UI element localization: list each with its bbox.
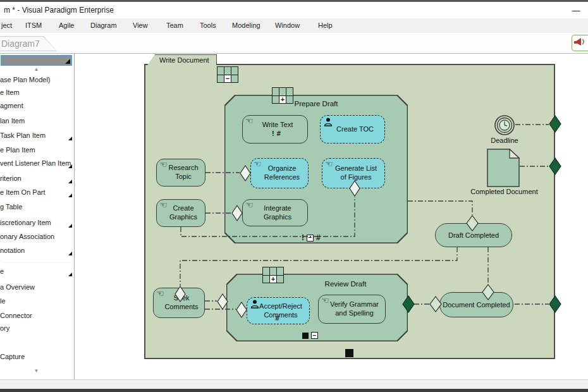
minimize-button[interactable]: — <box>568 4 584 18</box>
palette-item-label: e Item <box>0 89 20 96</box>
menu-tools[interactable]: Tools <box>200 21 216 29</box>
menu-team[interactable]: Team <box>166 21 183 29</box>
menu-agile[interactable]: Agile <box>59 21 74 29</box>
planning-table-icon-collapsed[interactable]: + <box>272 87 293 104</box>
task-label: Research Topic <box>166 164 201 181</box>
palette-item-planning-table[interactable]: g Table <box>0 203 73 213</box>
palette-item-label: agment <box>0 102 23 109</box>
manual-task-icon: ☜ <box>321 296 329 305</box>
flyout-triangle <box>68 224 72 228</box>
planning-table-icon-expanded[interactable]: − <box>217 66 238 83</box>
palette-item-label: e Item On Part <box>0 188 46 196</box>
palette-item-label: onary Association <box>0 233 54 240</box>
palette-item-label: lan Item <box>0 117 25 125</box>
palette-item-story[interactable]: ory <box>0 324 73 334</box>
required-marker: ! <box>302 233 304 242</box>
palette-item-label: Connector <box>0 312 32 319</box>
palette-item-discretionary-association[interactable]: onary Association <box>0 233 73 243</box>
milestone-label: Draft Completed <box>448 231 499 239</box>
announcement-button[interactable] <box>572 35 588 51</box>
flyout-triangle <box>68 137 72 140</box>
palette-item-connector[interactable]: Connector <box>0 312 73 322</box>
milestone-document-completed[interactable]: Document Completed <box>439 292 513 317</box>
palette-item-criterion[interactable]: riterion <box>0 175 73 185</box>
menu-window[interactable]: Window <box>275 21 300 29</box>
menu-itsm[interactable]: ITSM <box>25 21 42 29</box>
collapse-marker[interactable]: − <box>311 332 318 339</box>
palette-item-item-on-part[interactable]: e Item On Part <box>0 188 73 199</box>
timer-event-deadline[interactable] <box>493 114 516 137</box>
palette-item-label: g Table <box>0 203 22 211</box>
flyout-triangle <box>68 273 72 276</box>
flyout-triangle <box>68 252 72 255</box>
palette-item-shape[interactable]: e <box>0 267 73 278</box>
collapse-marker[interactable]: − <box>224 75 231 83</box>
autocomplete-marker <box>345 349 353 357</box>
palette-item-case-plan-model[interactable]: ase Plan Model) <box>0 76 73 86</box>
planning-table-icon-collapsed[interactable]: + <box>262 267 284 283</box>
manual-task-icon: ☜ <box>156 289 164 298</box>
tool-corner-triangle <box>65 59 70 64</box>
stage-markers: ! − # <box>302 233 321 242</box>
task-write-text[interactable]: ☜ Write Text !# <box>242 115 308 144</box>
palette-item-plan-item[interactable]: lan Item <box>0 117 73 127</box>
palette-scroll-down[interactable]: ▼ <box>0 368 73 374</box>
palette-item-task-plan-item[interactable]: Task Plan Item <box>0 132 73 142</box>
human-task-icon <box>250 300 260 309</box>
task-verify-grammar-spelling[interactable]: ☜ Verify Grammar and Spelling <box>318 295 386 324</box>
diagram-canvas[interactable]: Write Document − Prepare Draft ! − # + R… <box>75 53 588 379</box>
task-create-toc[interactable]: Create TOC <box>320 115 385 144</box>
milestone-label: Document Completed <box>443 301 510 309</box>
diagram-tab-bar: Diagram7 <box>0 33 588 53</box>
task-generate-list-of-figures[interactable]: ☜ Generate List of Figures <box>322 158 385 188</box>
menu-modeling[interactable]: Modeling <box>232 21 260 29</box>
case-plan-name-tab[interactable]: Write Document <box>147 54 217 65</box>
manual-task-icon: ☜ <box>159 200 168 209</box>
palette-item-label: Task Plan Item <box>0 132 46 139</box>
case-file-label: Completed Document <box>468 188 541 195</box>
megaphone-icon <box>572 35 588 49</box>
palette-item-milestone-plan-item[interactable]: e Plan Item <box>0 146 73 156</box>
menu-view[interactable]: View <box>133 21 148 29</box>
palette-item-discretionary-item[interactable]: iscretionary Item <box>0 219 73 229</box>
repetition-marker: # <box>316 233 321 242</box>
expand-marker[interactable]: + <box>270 276 276 283</box>
stage-label: Review Draft <box>226 280 408 288</box>
palette-item-case-file-item[interactable]: e Item <box>0 89 73 99</box>
title-bar: m * - Visual Paradigm Enterprise — <box>0 2 588 18</box>
task-markers: !# <box>272 130 283 138</box>
menu-diagram[interactable]: Diagram <box>90 21 117 29</box>
expand-marker[interactable]: + <box>279 96 286 104</box>
palette-item-capture[interactable]: Capture <box>0 353 73 363</box>
task-integrate-graphics[interactable]: ☜ Integrate Graphics <box>242 199 308 226</box>
shape-palette: ▲ ase Plan Model) e Item agment lan Item… <box>0 53 75 379</box>
palette-item-label: vent Listener Plan Item <box>0 159 71 167</box>
palette-item-label: le <box>0 297 6 305</box>
task-create-graphics[interactable]: ☜ Create Graphics <box>156 199 205 227</box>
task-organize-references[interactable]: ☜ Organize References <box>250 158 309 188</box>
palette-item-plan-fragment[interactable]: agment <box>0 102 73 112</box>
tab-diagram7[interactable]: Diagram7 <box>0 36 57 51</box>
task-label: Verify Grammar and Spelling <box>328 300 381 318</box>
task-research-topic[interactable]: ☜ Research Topic <box>156 159 205 187</box>
milestone-draft-completed[interactable]: Draft Completed <box>435 223 512 247</box>
case-file-completed-document[interactable] <box>487 149 520 187</box>
palette-item-label: riterion <box>0 175 21 182</box>
palette-item-table[interactable]: le <box>0 297 73 307</box>
task-accept-reject-comments[interactable]: Accept/Reject Comments # <box>247 297 310 324</box>
menu-project[interactable]: ject <box>1 21 12 29</box>
task-label: Create Graphics <box>166 204 201 222</box>
task-label: Integrate Graphics <box>252 204 303 222</box>
palette-item-annotation[interactable]: notation <box>0 247 73 257</box>
task-seek-comments[interactable]: ☜ Seek Comments <box>153 288 205 318</box>
autocomplete-marker <box>302 333 309 339</box>
selected-tool[interactable] <box>1 55 72 66</box>
palette-scroll-up[interactable]: ▲ <box>0 66 73 72</box>
menu-help[interactable]: Help <box>318 21 333 29</box>
task-label: Write Text <box>262 121 293 130</box>
palette-item-event-listener-plan-item[interactable]: vent Listener Plan Item <box>0 159 73 169</box>
taskbar-edge <box>0 389 588 392</box>
collapse-marker[interactable]: − <box>307 235 314 242</box>
task-label: Organize References <box>260 164 304 182</box>
palette-item-diagram-overview[interactable]: a Overview <box>0 283 73 293</box>
